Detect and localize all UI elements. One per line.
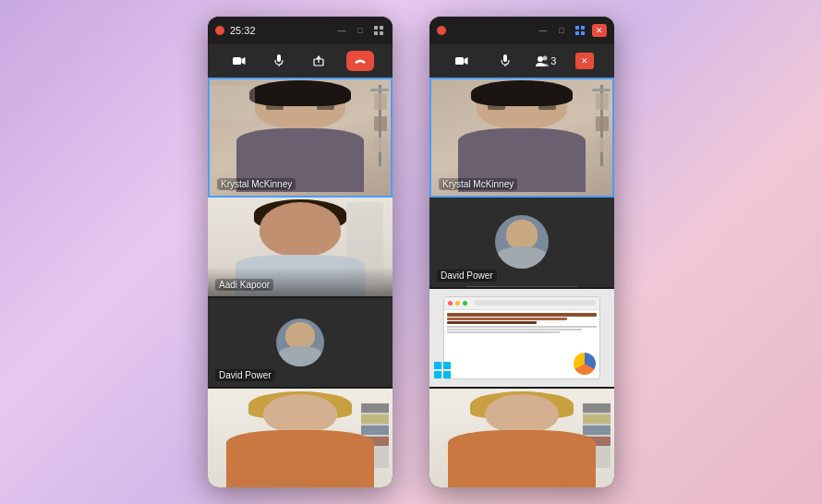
svg-rect-4: [233, 57, 241, 65]
book: [583, 403, 610, 413]
video-button[interactable]: [227, 49, 251, 73]
minimize-button[interactable]: —: [335, 24, 348, 37]
video-button-2[interactable]: [450, 49, 474, 73]
book: [361, 414, 389, 424]
snap-button-2[interactable]: [574, 24, 586, 37]
participants-count-text: 3: [550, 55, 556, 66]
end-call-button[interactable]: [346, 51, 374, 71]
svg-rect-12: [575, 31, 579, 35]
win11-logo: [434, 362, 451, 382]
close-button-2[interactable]: ✕: [592, 24, 607, 37]
book: [361, 426, 389, 435]
svg-rect-16: [503, 54, 507, 62]
svg-rect-14: [455, 57, 464, 65]
woman-body-2: [448, 430, 596, 487]
participant-tile-david-2: David Power: [429, 198, 614, 289]
svg-rect-21: [443, 362, 451, 369]
aadi-head: [260, 202, 341, 257]
participant-tile-aadi: Aadi Kapoor: [208, 198, 393, 298]
share-button[interactable]: [307, 49, 331, 73]
mic-button[interactable]: [267, 49, 291, 73]
participant-tile-woman2: [429, 389, 614, 487]
participants-area-1: Krystal McKinney Aadi Kapoor: [208, 78, 393, 487]
woman-body: [226, 430, 374, 487]
david-avatar: [276, 318, 324, 366]
svg-rect-10: [575, 26, 579, 30]
end-call-button-2[interactable]: ✕: [575, 53, 594, 69]
svg-rect-2: [374, 31, 378, 35]
david-avatar-2: [495, 215, 549, 269]
david-body: [279, 346, 322, 366]
toolbar-1: [208, 44, 393, 78]
call-timer: 25:32: [230, 25, 330, 36]
participant-name-krystal: Krystal McKinney: [217, 178, 296, 190]
svg-marker-15: [465, 57, 468, 65]
book: [583, 426, 610, 435]
svg-point-19: [543, 56, 548, 61]
participant-name-david: David Power: [215, 369, 275, 381]
david-head: [285, 322, 314, 349]
svg-rect-1: [380, 26, 383, 30]
book: [583, 414, 610, 424]
title-bar-1: 25:32 — □: [208, 17, 393, 44]
participants-count: 3: [536, 54, 556, 67]
svg-rect-22: [434, 371, 441, 378]
svg-rect-13: [581, 31, 585, 35]
record-indicator-2: [437, 26, 446, 35]
snap-button[interactable]: [372, 24, 385, 37]
svg-point-18: [538, 56, 543, 62]
mic-button-2[interactable]: [493, 49, 517, 73]
woman-video: [208, 389, 393, 487]
minimize-button-2[interactable]: —: [537, 24, 550, 37]
toolbar-2: 3 ✕: [429, 44, 614, 78]
participant-tile-woman1: [208, 389, 393, 487]
svg-rect-11: [581, 26, 585, 30]
maximize-button-2[interactable]: □: [555, 24, 568, 37]
call-window-1: 25:32 — □: [208, 17, 393, 487]
david-body-2: [498, 246, 546, 269]
participants-area-2: Krystal McKinney David Power: [429, 78, 614, 487]
svg-rect-23: [443, 371, 451, 378]
participant-tile-david: David Power: [208, 298, 393, 390]
svg-rect-20: [434, 362, 441, 369]
record-indicator: [215, 26, 224, 35]
participant-tile-krystal: Krystal McKinney: [208, 78, 393, 198]
book: [361, 403, 389, 413]
participant-name-krystal-2: Krystal McKinney: [439, 178, 517, 190]
woman-video-2: [429, 389, 614, 487]
participant-tile-krystal-2: Krystal McKinney: [429, 78, 614, 198]
svg-rect-3: [380, 31, 383, 35]
maximize-button[interactable]: □: [354, 24, 367, 37]
woman-head: [263, 394, 337, 434]
participant-name-aadi: Aadi Kapoor: [215, 279, 273, 291]
call-window-2: — □ ✕: [429, 17, 614, 487]
david-head-2: [506, 220, 538, 249]
svg-marker-5: [241, 57, 245, 65]
title-bar-2: — □ ✕: [429, 17, 614, 44]
svg-rect-6: [277, 54, 281, 62]
participant-tile-screen: [429, 289, 614, 390]
svg-rect-0: [374, 26, 378, 30]
participant-name-david-2: David Power: [437, 270, 497, 282]
woman-head-2: [485, 394, 559, 434]
